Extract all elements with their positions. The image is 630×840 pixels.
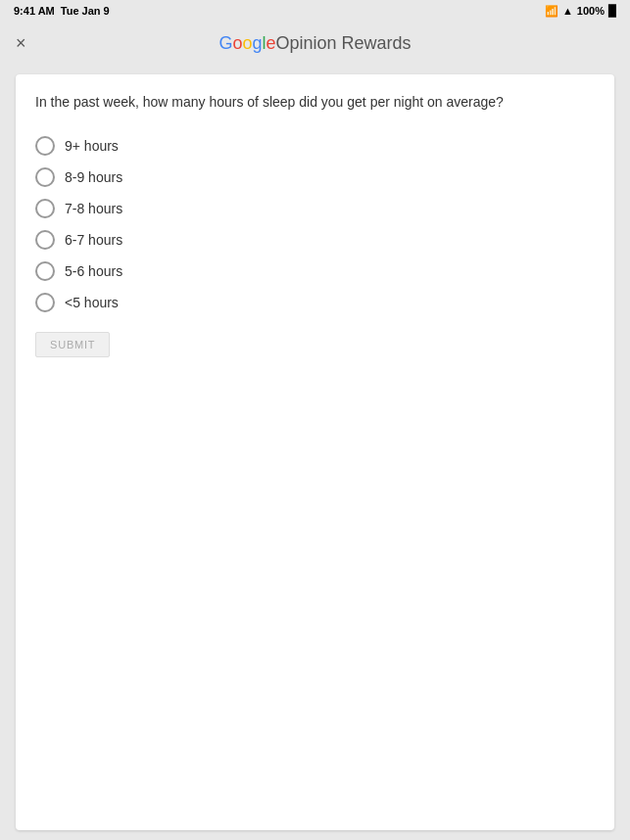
app-title: Google Opinion Rewards: [218, 33, 411, 54]
radio-option-5[interactable]: 5-6 hours: [35, 256, 595, 287]
status-date: Tue Jan 9: [61, 5, 110, 17]
app-header: × Google Opinion Rewards: [0, 22, 630, 65]
status-bar: 9:41 AM Tue Jan 9 📶 ▲ 100% ▉: [0, 0, 630, 22]
option-label-6: <5 hours: [65, 295, 119, 310]
status-time: 9:41 AM: [14, 5, 55, 17]
radio-circle-4: [35, 230, 55, 250]
radio-option-4[interactable]: 6-7 hours: [35, 224, 595, 256]
radio-circle-2: [35, 167, 55, 187]
battery-icon: ▉: [608, 5, 616, 18]
google-letter-g: G: [218, 33, 232, 54]
radio-option-2[interactable]: 8-9 hours: [35, 162, 595, 193]
survey-card: In the past week, how many hours of slee…: [16, 74, 614, 830]
google-letter-o1: o: [232, 33, 242, 54]
radio-option-3[interactable]: 7-8 hours: [35, 193, 595, 224]
signal-icon: ▲: [562, 5, 573, 17]
app-title-rest: Opinion Rewards: [276, 33, 412, 54]
radio-option-1[interactable]: 9+ hours: [35, 130, 595, 162]
radio-circle-1: [35, 136, 55, 156]
option-label-3: 7-8 hours: [65, 201, 122, 216]
radio-circle-3: [35, 199, 55, 218]
google-letter-g2: g: [252, 33, 262, 54]
radio-circle-5: [35, 261, 55, 281]
submit-button[interactable]: SUBMIT: [35, 332, 110, 357]
close-button[interactable]: ×: [16, 34, 26, 52]
radio-circle-6: [35, 293, 55, 312]
status-time-date: 9:41 AM Tue Jan 9: [14, 5, 110, 17]
option-label-5: 5-6 hours: [65, 263, 122, 279]
option-label-2: 8-9 hours: [65, 169, 122, 185]
status-icons: 📶 ▲ 100% ▉: [545, 5, 616, 18]
battery-label: 100%: [577, 5, 605, 17]
option-label-1: 9+ hours: [65, 138, 119, 154]
radio-options-group: 9+ hours8-9 hours7-8 hours6-7 hours5-6 h…: [35, 130, 595, 318]
google-letter-e: e: [266, 33, 275, 54]
radio-option-6[interactable]: <5 hours: [35, 287, 595, 318]
google-letter-o2: o: [242, 33, 252, 54]
wifi-icon: 📶: [545, 5, 558, 18]
option-label-4: 6-7 hours: [65, 232, 122, 248]
survey-question: In the past week, how many hours of slee…: [35, 92, 595, 113]
